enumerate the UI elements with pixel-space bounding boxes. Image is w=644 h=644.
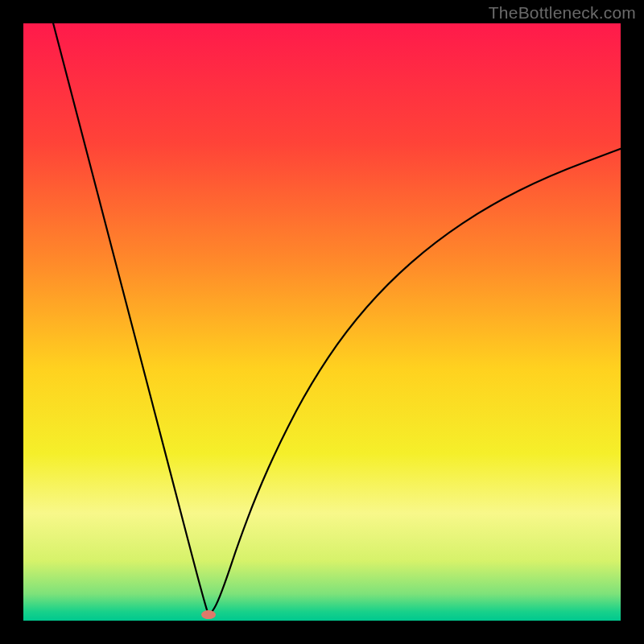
chart-svg — [23, 23, 621, 621]
plot-area — [23, 23, 621, 621]
marker-dot — [201, 610, 216, 619]
chart-frame: TheBottleneck.com — [0, 0, 644, 644]
gradient-background — [23, 23, 621, 621]
watermark-label: TheBottleneck.com — [489, 3, 636, 23]
